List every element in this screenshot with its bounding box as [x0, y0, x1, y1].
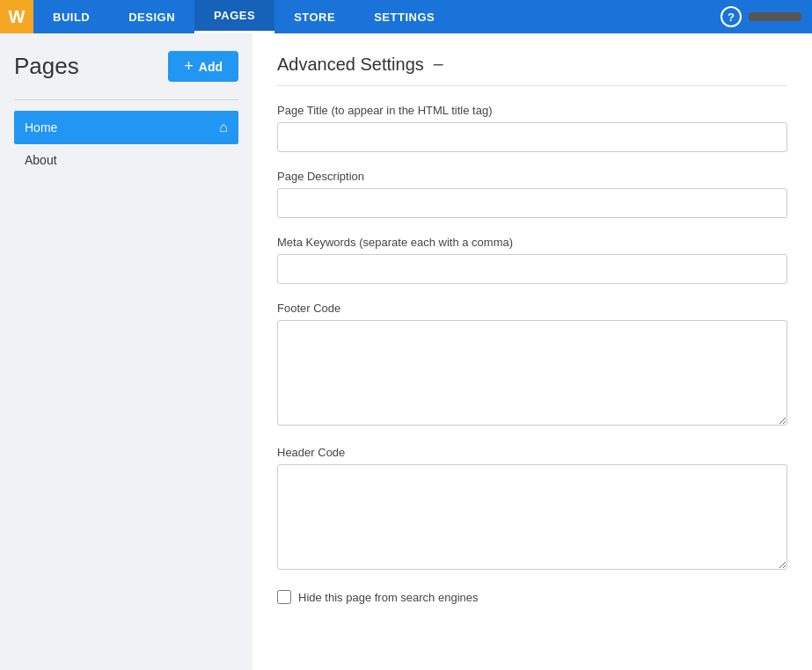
footer-code-group: Footer Code	[277, 302, 787, 428]
sidebar-item-home[interactable]: Home ⌂	[14, 111, 238, 144]
help-button[interactable]: ?	[721, 6, 742, 27]
meta-keywords-group: Meta Keywords (separate each with a comm…	[277, 236, 787, 284]
add-button-label: Add	[199, 60, 223, 74]
nav-items: BUILD DESIGN PAGES STORE SETTINGS	[33, 0, 721, 33]
sidebar-item-about[interactable]: About	[14, 144, 238, 176]
advanced-settings-header: Advanced Settings −	[277, 55, 787, 86]
nav-item-design[interactable]: DESIGN	[109, 0, 194, 33]
sidebar-item-about-label: About	[25, 153, 57, 167]
sidebar-divider	[14, 99, 238, 100]
user-bar	[749, 12, 801, 21]
nav-item-store[interactable]: STORE	[274, 0, 355, 33]
meta-keywords-label: Meta Keywords (separate each with a comm…	[277, 236, 787, 249]
header-code-textarea[interactable]	[277, 464, 787, 570]
collapse-button[interactable]: −	[433, 55, 444, 75]
content-area: Advanced Settings − Page Title (to appea…	[252, 33, 812, 670]
page-title-input[interactable]	[277, 122, 787, 152]
add-page-button[interactable]: + Add	[168, 51, 238, 82]
sidebar-item-home-label: Home	[25, 120, 57, 135]
logo: W	[0, 0, 33, 33]
footer-code-label: Footer Code	[277, 302, 787, 315]
header-code-group: Header Code	[277, 446, 787, 572]
page-title-label: Page Title (to appear in the HTML title …	[277, 104, 787, 117]
hide-from-search-label: Hide this page from search engines	[298, 591, 479, 604]
nav-item-settings[interactable]: SETTINGS	[355, 0, 454, 33]
page-description-label: Page Description	[277, 170, 787, 183]
page-description-input[interactable]	[277, 188, 787, 218]
main-layout: Pages + Add Home ⌂ About Advanced Settin…	[0, 33, 812, 670]
nav-right: ?	[721, 6, 812, 27]
advanced-settings-title: Advanced Settings	[277, 55, 424, 75]
page-title-group: Page Title (to appear in the HTML title …	[277, 104, 787, 152]
plus-icon: +	[184, 57, 194, 76]
sidebar-list: Home ⌂ About	[14, 111, 238, 176]
header-code-label: Header Code	[277, 446, 787, 459]
meta-keywords-input[interactable]	[277, 254, 787, 284]
page-description-group: Page Description	[277, 170, 787, 218]
home-icon: ⌂	[219, 120, 228, 135]
nav-item-pages[interactable]: PAGES	[194, 0, 274, 33]
sidebar-title: Pages	[14, 53, 79, 80]
hide-from-search-row: Hide this page from search engines	[277, 590, 787, 604]
hide-from-search-checkbox[interactable]	[277, 590, 291, 604]
sidebar-header: Pages + Add	[14, 51, 238, 82]
nav-item-build[interactable]: BUILD	[33, 0, 109, 33]
footer-code-textarea[interactable]	[277, 320, 787, 426]
top-nav: W BUILD DESIGN PAGES STORE SETTINGS ?	[0, 0, 812, 33]
sidebar: Pages + Add Home ⌂ About	[0, 33, 252, 670]
